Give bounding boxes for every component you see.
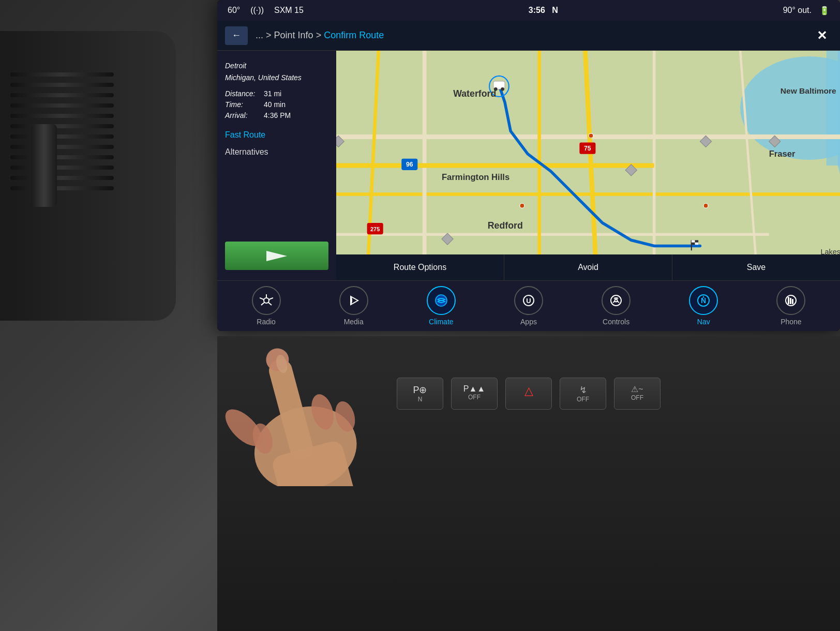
svg-point-41 [703, 203, 708, 208]
save-button[interactable]: Save [672, 254, 840, 280]
fast-route-label[interactable]: Fast Route [225, 130, 328, 140]
phone-label: Phone [781, 318, 801, 326]
climate-icon [427, 286, 456, 315]
svg-text:Redford: Redford [488, 220, 523, 231]
svg-text:96: 96 [406, 161, 413, 168]
hazard-button[interactable]: △ [505, 378, 552, 410]
park-assist-button[interactable]: P▲▲ OFF [451, 378, 498, 410]
apps-icon: U [514, 286, 543, 315]
breadcrumb-dots: ... [256, 30, 263, 40]
svg-rect-28 [692, 240, 695, 242]
infotainment-screen: 60° ((·)) SXM 15 3:56 N 90° out. 🔋 ← ...… [217, 0, 840, 331]
climate-label: Climate [429, 318, 453, 326]
svg-point-25 [501, 87, 504, 91]
signal-icon: ((·)) [250, 6, 264, 15]
svg-text:U: U [526, 297, 531, 305]
main-content: Detroit Michigan, United States Distance… [217, 51, 840, 280]
nav-item-phone[interactable]: Phone [760, 286, 822, 326]
alternatives-label[interactable]: Alternatives [225, 147, 328, 157]
status-bar: 60° ((·)) SXM 15 3:56 N 90° out. 🔋 [217, 0, 840, 21]
arrival-value: 4:36 PM [264, 111, 291, 119]
breadcrumb: ... > Point Info > Confirm Route [256, 30, 384, 41]
breadcrumb-point-info: Point Info [274, 30, 313, 40]
left-vent [0, 31, 176, 321]
time-value: 40 min [264, 100, 286, 109]
svg-point-43 [589, 133, 593, 138]
route-options-button[interactable]: Route Options [336, 254, 504, 280]
breadcrumb-current: Confirm Route [324, 30, 384, 40]
time-display: 3:56 [529, 6, 545, 14]
svg-line-52 [613, 302, 615, 303]
nav-label: Nav [697, 318, 710, 326]
vent-knob [31, 124, 57, 207]
temperature-display: 60° [228, 6, 240, 15]
map-area[interactable]: 96 75 275 29 [336, 51, 840, 280]
svg-rect-57 [788, 297, 789, 304]
nav-icon: N [689, 286, 718, 315]
controls-icon [602, 286, 631, 315]
direction-display: N [552, 6, 558, 14]
svg-text:Waterford: Waterford [453, 88, 496, 99]
svg-text:Farmington Hills: Farmington Hills [442, 172, 509, 182]
outside-temp-display: 90° out. [783, 6, 812, 15]
svg-rect-59 [792, 299, 793, 304]
battery-icon: 🔋 [819, 6, 830, 16]
nav-item-controls[interactable]: Controls [585, 286, 647, 326]
route-info-panel: Detroit Michigan, United States Distance… [217, 51, 336, 280]
location-region: Michigan, United States [225, 73, 328, 83]
close-button[interactable]: ✕ [812, 25, 832, 46]
arrival-label: Arrival: [225, 111, 261, 119]
svg-point-42 [520, 203, 524, 208]
svg-point-48 [611, 295, 621, 306]
phone-icon [776, 286, 805, 315]
svg-text:N: N [701, 296, 706, 305]
traction-button[interactable]: ↯ OFF [560, 378, 606, 410]
breadcrumb-separator2: > [316, 30, 324, 40]
car-bottom-controls: P⊕ N P▲▲ OFF △ ↯ OFF ⚠~ OFF [217, 336, 840, 631]
media-icon [339, 286, 368, 315]
svg-marker-0 [266, 251, 287, 261]
car-interior: 60° ((·)) SXM 15 3:56 N 90° out. 🔋 ← ...… [0, 0, 840, 631]
go-button[interactable] [225, 242, 328, 270]
location-city: Detroit [225, 61, 328, 71]
radio-label: Radio [257, 318, 276, 326]
hardware-buttons-row: P⊕ N P▲▲ OFF △ ↯ OFF ⚠~ OFF [243, 378, 814, 410]
nav-item-apps[interactable]: U Apps [498, 286, 560, 326]
nav-item-radio[interactable]: Radio [235, 286, 297, 326]
back-button[interactable]: ← [225, 26, 248, 45]
time-label: Time: [225, 100, 261, 109]
nav-icons-bar: Radio Media Climate [217, 280, 840, 331]
nav-item-nav[interactable]: N Nav [672, 286, 734, 326]
nav-item-media[interactable]: Media [323, 286, 385, 326]
bottom-toolbar: Route Options Avoid Save [336, 254, 840, 280]
media-label: Media [344, 318, 364, 326]
svg-text:Fraser: Fraser [769, 149, 796, 159]
svg-point-49 [615, 299, 618, 302]
radio-display: SXM 15 [274, 6, 304, 15]
close-icon: ✕ [817, 28, 827, 43]
nav-item-climate[interactable]: Climate [410, 286, 472, 326]
svg-text:75: 75 [584, 145, 591, 152]
breadcrumb-separator1: > [266, 30, 274, 40]
apps-label: Apps [520, 318, 537, 326]
nav-header: ← ... > Point Info > Confirm Route ✕ [217, 21, 840, 51]
back-icon: ← [232, 30, 241, 41]
distance-value: 31 mi [264, 89, 281, 98]
svg-text:New Baltimore: New Baltimore [781, 86, 836, 95]
distance-label: Distance: [225, 89, 261, 98]
svg-text:275: 275 [370, 226, 380, 232]
radio-icon [252, 286, 281, 315]
svg-rect-58 [790, 298, 791, 304]
svg-rect-29 [695, 243, 698, 245]
controls-label: Controls [603, 318, 629, 326]
svg-line-51 [618, 302, 620, 303]
collision-button[interactable]: ⚠~ OFF [614, 378, 661, 410]
avoid-button[interactable]: Avoid [504, 254, 672, 280]
steering-button[interactable]: P⊕ N [397, 378, 443, 410]
